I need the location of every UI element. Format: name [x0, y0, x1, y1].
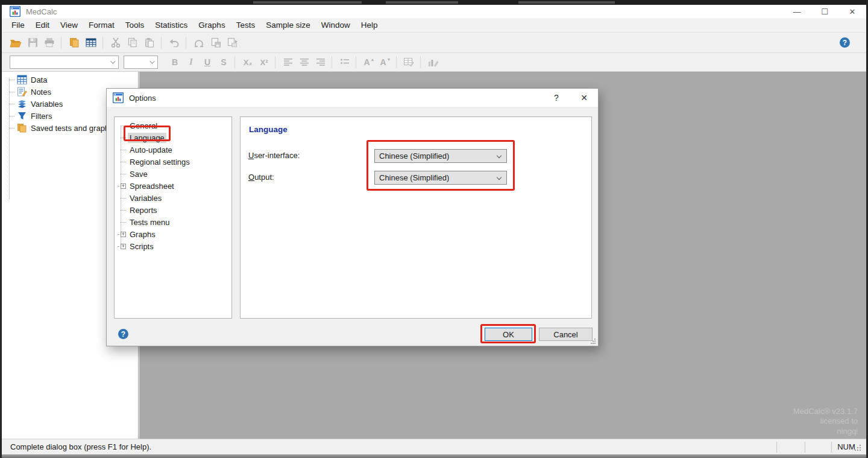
menu-format[interactable]: Format — [83, 18, 120, 32]
options-tree-item-save[interactable]: Save — [115, 168, 231, 180]
tree-connector — [121, 198, 126, 199]
options-tree-item-tests-menu[interactable]: Tests menu — [115, 216, 231, 228]
options-tree-item-general[interactable]: General — [115, 119, 231, 132]
save-icon[interactable] — [25, 35, 40, 51]
menu-edit[interactable]: Edit — [30, 18, 55, 32]
undo-icon[interactable] — [166, 35, 182, 51]
toolbar-separator — [161, 37, 162, 49]
desktop-top-strip — [0, 0, 868, 5]
toolbar-separator — [186, 37, 186, 49]
options-tree-item-language[interactable]: Language — [115, 132, 231, 144]
print-icon[interactable] — [42, 35, 57, 51]
menu-tests[interactable]: Tests — [231, 18, 261, 32]
help-icon[interactable]: ? — [118, 329, 128, 339]
help-icon[interactable]: ? — [840, 37, 850, 48]
cut-icon[interactable] — [108, 35, 124, 51]
strikethrough-button[interactable]: S — [216, 55, 231, 69]
close-button[interactable]: ✕ — [838, 5, 866, 18]
minimize-button[interactable]: — — [783, 5, 811, 18]
align-center-button[interactable] — [297, 55, 312, 69]
decrease-font-button[interactable]: A▼ — [378, 55, 392, 69]
tree-connector — [121, 162, 126, 162]
dialog-close-button[interactable]: ✕ — [575, 89, 593, 107]
maximize-button[interactable]: ☐ — [811, 5, 838, 18]
align-left-button[interactable] — [281, 55, 295, 69]
bullet-list-icon — [341, 59, 349, 66]
menu-sample-size[interactable]: Sample size — [260, 18, 316, 32]
output-label: Output: — [248, 173, 274, 182]
menu-bar: File Edit View Format Tools Statistics G… — [2, 18, 866, 33]
paste-icon[interactable] — [142, 35, 157, 51]
font-size-combo[interactable] — [124, 56, 158, 69]
output-select[interactable]: Chinese (Simplified) — [374, 171, 507, 185]
toolbar-help[interactable]: ? — [840, 37, 850, 48]
expand-plus-icon[interactable]: + — [121, 232, 126, 237]
font-name-combo[interactable] — [10, 56, 119, 69]
italic-button[interactable]: I — [184, 55, 198, 69]
sidebar-item-label: Saved tests and graphs — [31, 124, 113, 133]
open-folder-icon[interactable] — [8, 35, 24, 51]
filter-icon — [17, 111, 27, 121]
copy-icon[interactable] — [125, 35, 140, 51]
menu-help[interactable]: Help — [356, 18, 383, 32]
user-interface-label: User-interface: — [248, 151, 300, 160]
cancel-button[interactable]: Cancel — [539, 328, 593, 341]
tree-connector — [118, 234, 119, 235]
options-tree-item-spreadsheet[interactable]: + Spreadsheet — [115, 180, 231, 192]
copy-pages-icon[interactable] — [66, 35, 82, 51]
tree-connector — [121, 138, 126, 138]
license-watermark: MedCalc® v23.1.7 licensed to ningqi — [793, 407, 858, 437]
menu-file[interactable]: File — [6, 18, 30, 32]
dialog-resize-grip-icon[interactable] — [591, 339, 596, 344]
tree-connector — [9, 104, 14, 104]
notes-icon — [17, 87, 27, 97]
watermark-line: ningqi — [793, 427, 858, 437]
align-right-button[interactable] — [313, 55, 328, 69]
window-bottom-edge — [2, 454, 866, 458]
increase-font-button[interactable]: A▲ — [362, 55, 376, 69]
toolbar-separator — [61, 37, 61, 49]
edit-graph-button[interactable] — [426, 55, 441, 69]
tree-connector — [9, 80, 14, 80]
underline-button[interactable]: U — [200, 55, 215, 69]
toolbar-separator — [332, 56, 332, 68]
tree-connector — [118, 246, 119, 247]
menu-graphs[interactable]: Graphs — [193, 18, 230, 32]
subscript-button[interactable]: X₂ — [241, 55, 255, 69]
format-toolbar: B I U S X₂ X² — [2, 53, 866, 72]
dialog-help[interactable]: ? — [118, 329, 128, 339]
menu-view[interactable]: View — [55, 18, 83, 32]
options-tree-item-graphs[interactable]: + Graphs — [115, 228, 231, 240]
data-table-icon[interactable] — [83, 35, 99, 51]
font-letter: A — [380, 57, 386, 67]
options-tree-item-reports[interactable]: Reports — [115, 204, 231, 216]
expand-plus-icon[interactable]: + — [121, 183, 126, 189]
save-results-icon[interactable] — [208, 35, 224, 51]
toolbar-separator — [420, 56, 421, 68]
strikethrough-glyph: S — [221, 57, 226, 67]
bold-button[interactable]: B — [168, 55, 182, 69]
medcalc-app-icon — [10, 6, 20, 17]
options-tree-item-auto-update[interactable]: Auto-update — [115, 144, 231, 156]
sidebar-item-data[interactable]: Data — [2, 74, 138, 86]
resize-grip-icon[interactable] — [855, 445, 861, 451]
ok-button[interactable]: OK — [485, 328, 532, 341]
options-tree-item-variables[interactable]: Variables — [115, 192, 231, 204]
export-word-icon[interactable]: W — [225, 35, 241, 51]
format-cells-button[interactable] — [402, 55, 417, 69]
user-interface-value: Chinese (Simplified) — [379, 151, 449, 161]
menu-tools[interactable]: Tools — [120, 18, 150, 32]
options-tree-item-regional-settings[interactable]: Regional settings — [115, 156, 231, 168]
top-strip-artifact — [386, 1, 458, 4]
status-separator — [831, 442, 832, 453]
redo-icon[interactable] — [191, 35, 207, 51]
tree-connector — [121, 210, 126, 211]
menu-statistics[interactable]: Statistics — [149, 18, 193, 32]
menu-window[interactable]: Window — [316, 18, 356, 32]
superscript-button[interactable]: X² — [257, 55, 271, 69]
options-tree-item-scripts[interactable]: + Scripts — [115, 240, 231, 252]
bullet-list-button[interactable] — [338, 55, 352, 69]
expand-plus-icon[interactable]: + — [121, 244, 126, 249]
user-interface-select[interactable]: Chinese (Simplified) — [374, 149, 507, 163]
dialog-help-button[interactable]: ? — [547, 89, 565, 107]
